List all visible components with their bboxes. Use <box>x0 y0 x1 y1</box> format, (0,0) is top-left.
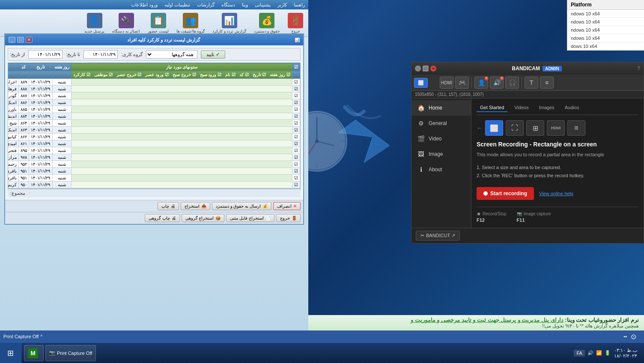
row-checkbox[interactable]: ☑ <box>292 168 300 175</box>
table-row[interactable]: ☑ شنبه ۱۴۰۱/۱۱/۲۹ ۸۸۹ اعرابی قلعه ای ذوا… <box>8 79 300 86</box>
nav-video[interactable]: 🎬 Video <box>411 131 471 146</box>
row-checkbox[interactable]: ☑ <box>292 134 300 140</box>
btn-ansaraf[interactable]: ✕ انصراف <box>273 202 301 210</box>
btn-khorooj[interactable]: 🚪 خروج <box>276 214 301 222</box>
menu-tanzimate[interactable]: تنظیمات اولیه <box>163 2 192 8</box>
row-checkbox[interactable]: ☑ <box>292 86 300 92</box>
menu-karbor[interactable]: کاربر <box>276 2 289 8</box>
dialog-restore-btn[interactable]: □ <box>17 37 24 43</box>
btn-chaap[interactable]: 🖨 چاپ <box>158 202 179 210</box>
mode-more2[interactable]: ≡ <box>567 120 585 136</box>
view-online-help-link[interactable]: View online help <box>539 191 573 196</box>
bandi-text-btn[interactable]: T <box>525 77 538 89</box>
menu-vina[interactable]: وینا <box>240 2 250 8</box>
table-row[interactable]: ☑ شنبه ۱۴۰۱/۱۱/۲۹ ۸۸۸ فرهادی هادی <box>8 86 300 92</box>
start-recording-btn[interactable]: Start recording <box>477 187 534 200</box>
toolbar-khorooj[interactable]: 🚪 خروج <box>285 12 306 34</box>
tab-audios[interactable]: Audios <box>561 104 583 112</box>
row-checkbox[interactable]: ☑ <box>292 175 300 182</box>
toolbar-list-hozoor[interactable]: 📋 لیست حضور <box>145 12 171 34</box>
menu-poshtibani[interactable]: پشتیبانی <box>253 2 272 8</box>
nav-general[interactable]: ⚙ General <box>411 116 471 131</box>
bandi-mic-btn[interactable]: 🔊 ✕ <box>490 77 504 89</box>
group-select[interactable]: همه گروهها <box>146 50 197 59</box>
btn-ersal-hoghoogh[interactable]: 💰 ارسال به حقوق و دستمزد <box>212 202 271 210</box>
table-row[interactable]: ☑ شنبه ۱۴۰۱/۱۱/۲۹ ۹۵۱ باقری اصغر ۶:۱۷ <box>8 175 300 182</box>
row-checkbox[interactable]: ☑ <box>292 161 300 168</box>
dialog-close-btn[interactable]: ✕ <box>26 37 33 43</box>
bandicam-close-btn[interactable]: ✕ <box>430 65 436 71</box>
table-row[interactable]: ☑ شنبه ۱۴۰۱/۱۱/۲۹ ۸۸۴ اندیشه منصب <box>8 113 300 120</box>
btn-chaap-groohi[interactable]: 🖨 چاپ گروهی <box>145 214 180 222</box>
lang-btn[interactable]: FA <box>574 351 584 356</box>
toolbar-groohha[interactable]: 👥 گروه ها/شیفت ها <box>174 12 208 34</box>
taskbar-item-m[interactable]: M <box>24 345 44 361</box>
menu-vorod[interactable]: ورود اطلاعات <box>129 2 159 8</box>
table-row[interactable]: ☑ شنبه ۱۴۰۱/۱۱/۲۹ ۸۹۵ فتحی گردلیدانی اسف… <box>8 147 300 154</box>
table-row[interactable]: ☑ شنبه ۱۴۰۱/۱۱/۲۹ ۸۶۳ اندیک فرسید ۶:۱۲ <box>8 127 300 134</box>
nav-image[interactable]: 🖼 Image <box>411 146 471 162</box>
bandicam-maximize-btn[interactable]: □ <box>423 65 429 71</box>
battery-icon[interactable]: 🔋 <box>605 350 611 356</box>
bandi-webcam-btn[interactable]: 👤 ✕ <box>474 77 488 89</box>
table-row[interactable]: ☑ شنبه ۱۴۰۱/۱۱/۲۹ ۸۶۱ امیدی قاسم ۵:۵۶ <box>8 140 300 147</box>
confirm-button[interactable]: ✓ تایید <box>201 51 225 59</box>
row-checkbox[interactable]: ☑ <box>292 182 300 188</box>
start-button[interactable]: ⊞ <box>0 343 21 363</box>
mode-fullscreen[interactable]: ⛶ <box>506 120 524 136</box>
menu-dastgah[interactable]: دستگاه <box>220 2 237 8</box>
row-checkbox[interactable]: ☑ <box>292 147 300 154</box>
row-checkbox[interactable]: ☑ <box>292 92 300 99</box>
back-btn[interactable]: ← <box>477 120 483 136</box>
taskbar-item-printcapture[interactable]: 📷 Print Capture Off <box>45 345 96 361</box>
row-checkbox[interactable]: ☑ <box>292 140 300 147</box>
row-checkbox[interactable]: ☑ <box>292 127 300 134</box>
toolbar-hoghoogh[interactable]: 💰 حقوق و دستمزد <box>251 12 283 34</box>
bandi-hdmi-btn[interactable]: HDMI <box>440 77 453 89</box>
row-checkbox[interactable]: ☑ <box>292 113 300 120</box>
toolbar-personnel[interactable]: 👤 پرسنل جدید <box>82 12 107 34</box>
btn-estakhraj[interactable]: 📤 استخراج <box>181 202 210 210</box>
menu-gozareshat[interactable]: گزارشات <box>195 2 216 8</box>
table-row[interactable]: ☑ شنبه ۱۴۰۱/۱۱/۲۹ ۸۸۷ گودرزی دره زنگی مح… <box>8 92 300 99</box>
table-row[interactable]: ☑ شنبه ۱۴۰۱/۱۱/۲۹ ۸۶۴ شیخ ابوالحسنی علی … <box>8 120 300 127</box>
mode-hdmi2[interactable]: HDMI <box>547 120 565 136</box>
volume-icon[interactable]: 🔊 <box>587 350 593 356</box>
bandicam-minimize-btn[interactable]: − <box>415 65 421 71</box>
mode-around[interactable]: ⊞ <box>526 120 544 136</box>
row-checkbox[interactable]: ☑ <box>292 99 300 106</box>
bandi-game-btn[interactable]: 🎮 <box>455 77 469 89</box>
row-checkbox[interactable]: ☑ <box>292 154 300 161</box>
from-date-input[interactable] <box>28 50 63 59</box>
row-checkbox[interactable]: ☑ <box>292 120 300 127</box>
bandi-more-btn[interactable]: ≡ <box>540 77 554 89</box>
toolbar-gozaresh[interactable]: 📊 گزارش تردد و کارکرد <box>210 12 249 34</box>
estakhraj-icon: 📤 <box>201 204 206 208</box>
bandi-headphone-btn[interactable]: 🎧 <box>505 77 519 89</box>
tab-videos[interactable]: Videos <box>511 104 532 112</box>
tab-get-started[interactable]: Get Started <box>477 104 507 112</box>
toolbar-ettesal[interactable]: 🔌 اتصال به دستگاه <box>110 12 143 34</box>
table-row[interactable]: ☑ شنبه ۱۴۰۱/۱۱/۲۹ ۸۸۶ اندیک رضا ۶:۱۹ <box>8 99 300 106</box>
mode-rectangle[interactable]: ⬜ <box>485 120 503 136</box>
dialog-minimize-btn[interactable]: _ <box>9 37 15 43</box>
bandi-rectangle-btn[interactable]: ⬜ <box>414 78 428 88</box>
table-row[interactable]: ☑ شنبه ۱۴۰۱/۱۱/۲۹ ۹۵۱ باقری اصغر ۶:۱۷ <box>8 168 300 175</box>
nav-home[interactable]: 🏠 Home <box>411 100 471 116</box>
nav-about[interactable]: ℹ About <box>411 162 471 177</box>
table-row[interactable]: ☑ شنبه ۱۴۰۱/۱۱/۲۹ ۹۵۰ کریم نژاد اصل بهاد… <box>8 182 300 188</box>
bandicut-btn[interactable]: ✂ BANDICUT ↗ <box>416 231 460 241</box>
btn-estakhraj-matni[interactable]: 📄 استخراج فایل متنی <box>226 214 274 222</box>
tab-images[interactable]: Images <box>536 104 558 112</box>
table-row[interactable]: ☑ شنبه ۱۴۰۱/۱۱/۲۹ ۹۵۲ رحیمی زاده سید جعف… <box>8 161 300 168</box>
table-row[interactable]: ☑ شنبه ۱۴۰۱/۱۱/۲۹ ۸۶۲ کیانیو صادق ۶:۱۰ <box>8 134 300 140</box>
menu-rahnama[interactable]: راهنما <box>292 2 307 8</box>
to-date-input[interactable] <box>83 50 118 59</box>
table-row[interactable]: ☑ شنبه ۱۴۰۱/۱۱/۲۹ ۸۸۵ باورزاده بهزاد ۶:۱… <box>8 106 300 113</box>
platform-item: dows 10 x64 <box>567 42 644 51</box>
btn-estakhraj-groohi[interactable]: 📦 استخراج گروهی <box>182 214 225 222</box>
row-checkbox[interactable]: ☑ <box>292 106 300 113</box>
network-icon[interactable]: 📶 <box>596 350 602 356</box>
table-row[interactable]: ☑ شنبه ۱۴۰۱/۱۱/۲۹ ۹۷۸ مرازعی منصور ۶:۲۲ <box>8 154 300 161</box>
row-checkbox[interactable]: ☑ <box>292 79 300 86</box>
